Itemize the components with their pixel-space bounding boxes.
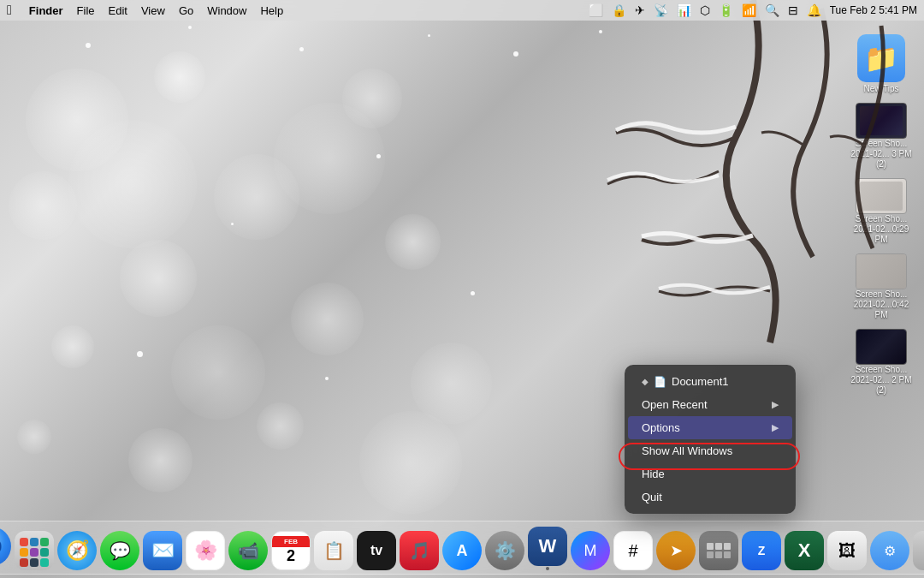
trash-dock-icon[interactable]: 🗑 [913, 531, 924, 570]
calendar-dock-icon[interactable]: FEB 2 [271, 531, 311, 570]
search-icon[interactable]: 🔍 [765, 3, 779, 17]
screenshot1-preview [856, 103, 907, 139]
dock-item-preview[interactable]: 🖼 [827, 531, 867, 570]
dock: 🔵 🧭 💬 [0, 521, 924, 575]
menu-go[interactable]: Go [179, 4, 193, 17]
dock-item-zoom[interactable]: Z [742, 531, 781, 570]
context-item-options[interactable]: Options ▶ [628, 416, 792, 439]
context-item-bullet: ◆ [642, 377, 649, 386]
menubar:  Finder File Edit View Go Window Help ⬜… [0, 0, 924, 21]
control-center-icon[interactable]: ⊟ [788, 3, 798, 17]
excel-dock-icon[interactable]: X [785, 531, 824, 570]
dock-item-sysprefs2[interactable]: ⚙ [870, 531, 909, 570]
music-dock-icon[interactable]: 🎵 [400, 531, 439, 570]
desktop-icon-screenshot4[interactable]: Screen Sho...2021-02... 2 PM (2) [847, 329, 915, 396]
dock-item-papyrus[interactable]: ➤ [656, 531, 696, 570]
messenger-dock-icon[interactable]: M [571, 531, 610, 570]
dock-item-word[interactable]: W [528, 527, 567, 570]
context-item-open-recent-label: Open Recent [642, 398, 708, 411]
desktop-icon-screenshot2[interactable]: Screen Sho...2021-02...0:29 PM [847, 178, 915, 245]
menu-edit[interactable]: Edit [109, 4, 127, 17]
dock-item-slack[interactable]: # [613, 531, 653, 570]
sysprefs-dock-icon[interactable]: ⚙️ [485, 531, 524, 570]
menu-file[interactable]: File [77, 4, 95, 17]
dock-item-sysprefs[interactable]: ⚙️ [485, 531, 524, 570]
wifi-icon: 📶 [742, 3, 756, 17]
dock-item-numbers[interactable] [699, 531, 738, 570]
desktop-icons: 📁 New Tips Screen Sho...2021-02... 3 PM … [847, 34, 915, 396]
context-item-options-label: Options [642, 421, 680, 434]
app-name[interactable]: Finder [29, 4, 63, 17]
context-item-hide[interactable]: Hide [628, 462, 792, 486]
mail-dock-icon[interactable]: ✉️ [143, 531, 182, 570]
context-item-document1[interactable]: ◆ 📄 Document1 [628, 370, 792, 393]
appletv-dock-icon[interactable]: tv [357, 531, 396, 570]
screenshot4-label: Screen Sho...2021-02... 2 PM (2) [849, 365, 914, 396]
appstore-dock-icon[interactable]: A [442, 531, 482, 570]
dock-item-music[interactable]: 🎵 [400, 531, 439, 570]
dock-item-reminders[interactable]: 📋 [314, 531, 353, 570]
context-item-document1-label: Document1 [672, 375, 728, 388]
desktop-icon-screenshot3[interactable]: Screen Sho...2021-02...0:42 PM [847, 253, 915, 320]
dock-item-excel[interactable]: X [785, 531, 824, 570]
battery-icon: 🔋 [719, 3, 733, 17]
launchpad-dock-icon[interactable] [15, 531, 54, 570]
screenshot2-preview [856, 178, 907, 214]
dock-item-trash[interactable]: 🗑 [913, 531, 924, 570]
facetime-dock-icon[interactable]: 📹 [228, 531, 268, 570]
context-menu: ◆ 📄 Document1 Open Recent ▶ Options ▶ Sh… [625, 365, 796, 514]
menu-help[interactable]: Help [260, 4, 283, 17]
vpn-icon: 🔒 [612, 3, 626, 17]
new-tips-label: New Tips [863, 84, 898, 94]
messages-dock-icon[interactable]: 💬 [100, 531, 139, 570]
slack-dock-icon[interactable]: # [613, 531, 653, 570]
screenshot3-label: Screen Sho...2021-02...0:42 PM [849, 289, 914, 320]
apple-menu[interactable]:  [7, 3, 12, 18]
word-dock-icon[interactable]: W [528, 527, 567, 566]
dock-item-finder[interactable]: 🔵 [0, 527, 11, 570]
photos-dock-icon[interactable]: 🌸 [186, 531, 225, 570]
desktop:  Finder File Edit View Go Window Help ⬜… [0, 0, 924, 578]
screenshot3-preview [856, 253, 907, 289]
papyrus-dock-icon[interactable]: ➤ [656, 531, 696, 570]
open-recent-arrow: ▶ [772, 399, 779, 410]
screenshot2-label: Screen Sho...2021-02...0:29 PM [849, 214, 914, 245]
sysprefs2-dock-icon[interactable]: ⚙ [870, 531, 909, 570]
context-item-quit[interactable]: Quit [628, 486, 792, 509]
options-arrow: ▶ [772, 422, 779, 433]
context-item-open-recent[interactable]: Open Recent ▶ [628, 393, 792, 416]
document-icon: 📄 [654, 376, 666, 388]
dock-item-messenger[interactable]: M [571, 531, 610, 570]
desktop-icon-new-tips[interactable]: 📁 New Tips [847, 34, 915, 94]
zoom-icon: ⬜ [589, 3, 603, 17]
dock-item-appletv[interactable]: tv [357, 531, 396, 570]
airdrop-icon: 📡 [654, 3, 668, 17]
dock-item-launchpad[interactable] [15, 531, 54, 570]
dock-item-photos[interactable]: 🌸 [186, 531, 225, 570]
dock-item-safari[interactable]: 🧭 [57, 531, 97, 570]
reminders-dock-icon[interactable]: 📋 [314, 531, 353, 570]
menu-view[interactable]: View [141, 4, 165, 17]
safari-dock-icon[interactable]: 🧭 [57, 531, 97, 570]
new-tips-folder-icon: 📁 [857, 34, 905, 82]
desktop-icon-screenshot1[interactable]: Screen Sho...2021-02... 3 PM (2) [847, 103, 915, 170]
preview-dock-icon[interactable]: 🖼 [827, 531, 867, 570]
context-item-hide-label: Hide [642, 468, 665, 480]
dock-item-facetime[interactable]: 📹 [228, 531, 268, 570]
plane-icon: ✈ [635, 3, 645, 17]
zoom-dock-icon[interactable]: Z [742, 531, 781, 570]
clock: Tue Feb 2 5:41 PM [830, 4, 917, 16]
dock-item-messages[interactable]: 💬 [100, 531, 139, 570]
word-running-dot [546, 567, 549, 570]
finder-dock-icon[interactable]: 🔵 [0, 527, 11, 566]
context-item-show-all-windows-label: Show All Windows [642, 444, 732, 457]
numbers-dock-icon[interactable] [699, 531, 738, 570]
dock-item-appstore[interactable]: A [442, 531, 482, 570]
dock-item-calendar[interactable]: FEB 2 [271, 531, 311, 570]
bluetooth-icon: ⬡ [700, 3, 710, 17]
menubar-left:  Finder File Edit View Go Window Help [7, 3, 283, 18]
notification-icon[interactable]: 🔔 [807, 3, 821, 17]
menu-window[interactable]: Window [207, 4, 246, 17]
dock-item-mail[interactable]: ✉️ [143, 531, 182, 570]
context-item-show-all-windows[interactable]: Show All Windows [628, 439, 792, 462]
